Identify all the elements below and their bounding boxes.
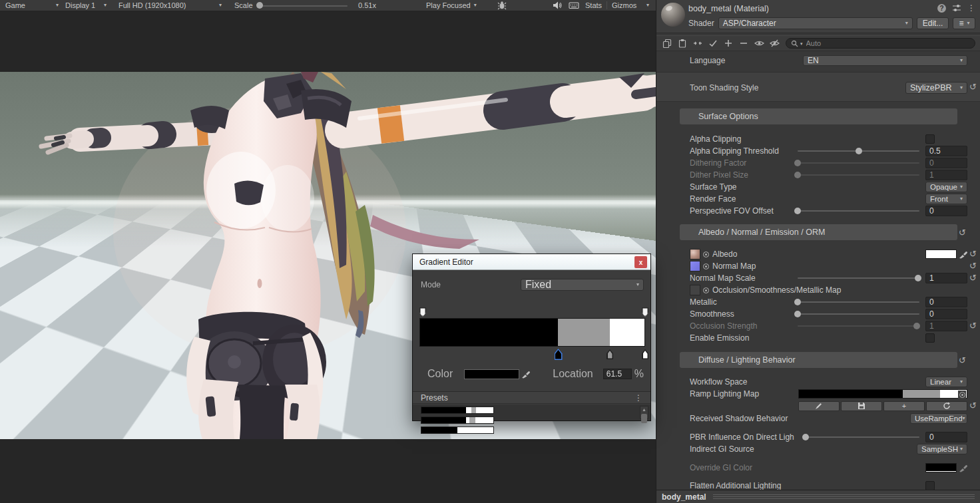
shader-dropdown[interactable]: ASP/Character ▾ <box>718 17 913 29</box>
gradient-preview-bar[interactable] <box>419 318 645 347</box>
game-panel: Game ▾ Display 1 ▾ Full HD (1920x1080) ▾… <box>0 0 656 503</box>
gradient-editor-titlebar[interactable]: Gradient Editor x <box>413 254 650 270</box>
albedo-color-swatch[interactable] <box>925 250 957 259</box>
ramp-refresh-button[interactable] <box>926 401 967 411</box>
paste-icon[interactable] <box>677 38 688 49</box>
scrollbar-thumb[interactable] <box>641 414 647 423</box>
more-menu-icon[interactable]: ⋮ <box>967 3 975 13</box>
diffuse-section-header[interactable]: Diffuse / Lighting Behavior ↺ <box>680 352 957 368</box>
shader-menu-button[interactable]: ≡ ▾ <box>953 17 975 29</box>
color-stop-gray[interactable] <box>607 349 613 359</box>
alpha-threshold-value[interactable]: 0.5 <box>925 146 967 156</box>
dithering-factor-value: 0 <box>925 158 967 168</box>
display-dropdown[interactable]: Display 1 ▾ <box>65 0 107 11</box>
revert-icon[interactable]: ↺ <box>969 321 977 331</box>
ramp-target-icon[interactable] <box>958 391 966 399</box>
ramp-edit-button[interactable] <box>798 401 840 411</box>
fov-offset-slider[interactable] <box>795 206 922 216</box>
help-icon[interactable]: ? <box>937 4 946 13</box>
preview-drag-handle[interactable] <box>713 494 975 499</box>
alpha-threshold-slider[interactable] <box>795 146 922 156</box>
gizmos-dropdown[interactable]: Gizmos ▾ <box>612 0 649 11</box>
copy-icon[interactable] <box>662 38 672 49</box>
scroll-up-icon[interactable]: ▲ <box>642 407 646 412</box>
shadow-behavior-dropdown[interactable]: UseRampEnd ▾ <box>910 413 967 424</box>
pbr-influence-slider[interactable] <box>803 432 922 442</box>
chevron-down-icon: ▾ <box>905 21 908 26</box>
presets-menu-icon[interactable]: ⋮ <box>634 393 642 403</box>
metallic-slider[interactable] <box>795 297 922 307</box>
fov-offset-value[interactable]: 0 <box>925 206 967 216</box>
gradient-mode-dropdown[interactable]: Fixed ▾ <box>521 279 644 291</box>
material-preview-bar[interactable]: body_metal <box>656 490 980 503</box>
alpha-stop-end[interactable] <box>642 307 648 317</box>
revert-icon[interactable]: ↺ <box>969 401 977 411</box>
debug-bug-icon[interactable] <box>497 0 507 11</box>
gi-source-row: Indirect GI Source SampleSH ▾ <box>690 444 967 454</box>
metallic-value[interactable]: 0 <box>925 297 967 307</box>
render-face-dropdown[interactable]: Front ▾ <box>925 194 967 204</box>
stop-color-swatch[interactable] <box>464 369 519 379</box>
mute-audio-icon[interactable] <box>553 0 562 11</box>
revert-icon[interactable]: ↺ <box>959 228 966 238</box>
ramp-gradient-field[interactable] <box>798 389 967 399</box>
game-view-toolbar: Game ▾ Display 1 ▾ Full HD (1920x1080) ▾… <box>0 0 656 11</box>
orm-texture-thumbnail[interactable] <box>690 285 700 295</box>
keyboard-icon[interactable] <box>569 0 579 11</box>
gradient-preset-item[interactable] <box>421 417 494 424</box>
normal-map-thumbnail[interactable] <box>690 261 700 271</box>
show-eye-icon[interactable] <box>754 38 764 49</box>
collapse-icon[interactable] <box>692 38 703 49</box>
smoothness-slider[interactable] <box>795 309 922 319</box>
ramp-save-button[interactable] <box>841 401 882 411</box>
property-search-field[interactable]: ▾ <box>786 38 975 49</box>
add-icon[interactable] <box>723 38 734 49</box>
albedo-texture-thumbnail[interactable] <box>690 249 700 259</box>
revert-icon[interactable]: ↺ <box>969 82 977 92</box>
color-stop-white[interactable] <box>642 349 648 359</box>
surface-options-header[interactable]: Surface Options <box>680 108 957 124</box>
flatten-lighting-checkbox[interactable] <box>925 481 935 490</box>
resolution-dropdown[interactable]: Full HD (1920x1080) ▾ <box>119 0 222 11</box>
normal-scale-value[interactable]: 1 <box>925 273 967 283</box>
game-tab-dropdown[interactable]: Game ▾ <box>5 0 59 11</box>
gradient-color-row: Color Location % <box>427 368 644 380</box>
pbr-influence-value[interactable]: 0 <box>925 432 967 442</box>
revert-icon[interactable]: ↺ <box>969 273 977 283</box>
color-stop-selected[interactable] <box>555 349 563 360</box>
revert-icon[interactable]: ↺ <box>969 261 977 271</box>
presets-icon[interactable] <box>952 3 961 13</box>
shader-edit-button[interactable]: Edit... <box>917 17 949 29</box>
surface-type-dropdown[interactable]: Opaque ▾ <box>925 182 967 192</box>
maps-section-header[interactable]: Albedo / Normal / Emission / ORM ↺ <box>680 224 957 240</box>
gradient-preset-item[interactable] <box>421 426 494 434</box>
toon-shading-dropdown[interactable]: StylizePBR ▾ <box>905 82 967 94</box>
location-input[interactable] <box>603 369 632 379</box>
gi-source-dropdown[interactable]: SampleSH ▾ <box>917 444 967 454</box>
close-icon[interactable]: x <box>634 256 647 268</box>
eyedropper-icon[interactable] <box>521 370 530 379</box>
search-input[interactable] <box>805 39 970 48</box>
workflow-space-dropdown[interactable]: Linear ▾ <box>925 377 967 387</box>
material-title: body_metal (Material) <box>688 4 769 13</box>
eyedropper-icon[interactable] <box>959 250 967 259</box>
play-mode-dropdown[interactable]: Play Focused ▾ <box>426 0 471 11</box>
apply-check-icon[interactable] <box>708 38 718 49</box>
presets-scrollbar[interactable]: ▲ ▼ <box>640 406 648 419</box>
hide-eye-icon[interactable] <box>769 38 780 49</box>
scale-slider[interactable] <box>257 5 348 7</box>
revert-icon[interactable]: ↺ <box>959 355 966 365</box>
enable-emission-checkbox[interactable] <box>925 333 935 343</box>
scale-slider-knob[interactable] <box>256 2 263 9</box>
language-dropdown[interactable]: EN ▾ <box>803 55 967 66</box>
smoothness-value[interactable]: 0 <box>925 309 967 319</box>
orm-map-row: Occlusion/Smoothness/Metallic Map <box>690 285 967 295</box>
remove-icon[interactable] <box>738 38 749 49</box>
alpha-stop-start[interactable] <box>419 307 426 317</box>
gradient-preset-item[interactable] <box>421 407 494 414</box>
ramp-add-button[interactable]: + <box>883 401 925 411</box>
normal-scale-slider[interactable] <box>795 273 922 283</box>
alpha-clipping-checkbox[interactable] <box>925 134 935 144</box>
revert-icon[interactable]: ↺ <box>969 249 977 259</box>
stats-button[interactable]: Stats <box>585 0 602 11</box>
